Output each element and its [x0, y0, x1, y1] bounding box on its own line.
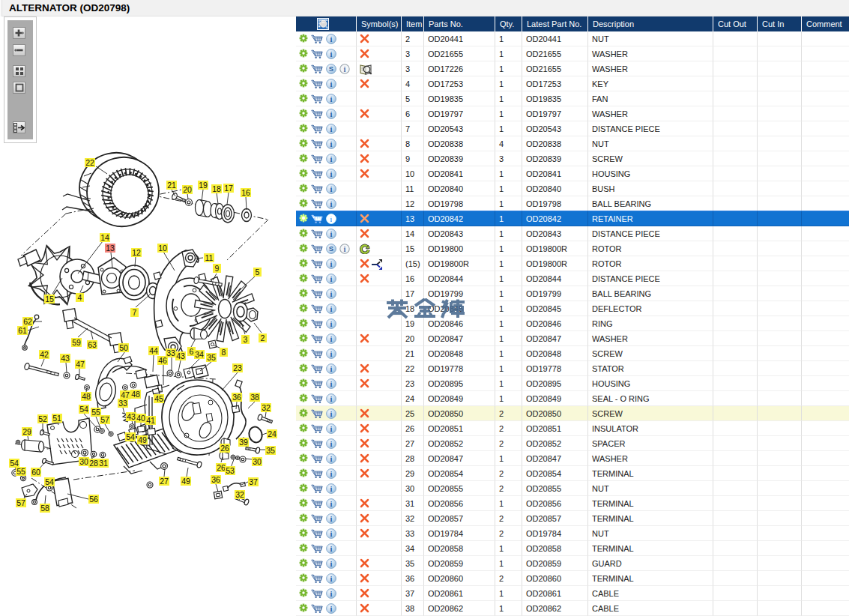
svg-text:29: 29	[22, 427, 31, 436]
svg-text:18: 18	[212, 184, 221, 193]
svg-text:39: 39	[239, 438, 248, 447]
svg-text:41: 41	[146, 416, 155, 425]
svg-text:36: 36	[211, 475, 220, 484]
svg-text:24: 24	[268, 429, 277, 438]
svg-text:27: 27	[160, 477, 169, 486]
svg-text:59: 59	[72, 338, 81, 347]
svg-text:50: 50	[119, 343, 128, 352]
svg-text:11: 11	[205, 253, 214, 262]
svg-text:57: 57	[100, 415, 109, 424]
svg-text:35: 35	[266, 446, 275, 455]
svg-text:5: 5	[256, 268, 260, 277]
svg-text:38: 38	[250, 393, 259, 402]
svg-text:36: 36	[232, 393, 241, 402]
svg-text:53: 53	[226, 466, 235, 475]
svg-text:9: 9	[215, 264, 220, 273]
svg-text:3: 3	[244, 335, 248, 344]
svg-text:35: 35	[207, 353, 216, 362]
svg-text:55: 55	[16, 467, 25, 476]
svg-text:47: 47	[76, 360, 85, 369]
svg-text:48: 48	[131, 390, 140, 399]
svg-text:30: 30	[253, 457, 262, 466]
svg-text:12: 12	[132, 248, 141, 257]
svg-text:17: 17	[224, 184, 233, 193]
svg-text:57: 57	[16, 498, 25, 507]
svg-text:58: 58	[40, 504, 49, 513]
svg-text:44: 44	[149, 346, 158, 355]
svg-text:55: 55	[91, 408, 100, 417]
svg-text:30: 30	[79, 457, 88, 466]
svg-text:16: 16	[241, 188, 250, 197]
svg-text:63: 63	[88, 340, 97, 349]
svg-text:46: 46	[158, 356, 167, 365]
svg-text:61: 61	[18, 326, 27, 335]
svg-text:13: 13	[106, 244, 115, 253]
svg-text:15: 15	[45, 295, 54, 304]
svg-text:42: 42	[40, 350, 49, 359]
svg-text:54: 54	[79, 405, 88, 414]
svg-text:23: 23	[233, 363, 242, 372]
svg-text:28: 28	[89, 459, 98, 468]
svg-text:56: 56	[89, 495, 98, 504]
svg-text:43: 43	[176, 351, 185, 360]
svg-text:32: 32	[262, 403, 271, 412]
svg-text:26: 26	[220, 444, 229, 453]
svg-text:26: 26	[217, 463, 226, 472]
svg-text:54: 54	[45, 477, 54, 486]
svg-text:14: 14	[100, 233, 109, 242]
svg-text:62: 62	[23, 317, 32, 326]
svg-text:37: 37	[249, 477, 258, 486]
svg-text:40: 40	[136, 414, 145, 423]
svg-text:22: 22	[85, 158, 94, 167]
svg-text:49: 49	[138, 435, 147, 444]
svg-text:31: 31	[99, 459, 108, 468]
svg-text:51: 51	[52, 414, 61, 423]
svg-text:43: 43	[127, 412, 136, 421]
svg-text:33: 33	[118, 399, 127, 408]
svg-text:7: 7	[133, 308, 137, 317]
svg-text:10: 10	[158, 244, 167, 253]
svg-text:43: 43	[61, 354, 70, 363]
svg-text:52: 52	[38, 414, 47, 423]
svg-text:6: 6	[190, 347, 194, 356]
svg-text:8: 8	[222, 348, 226, 357]
svg-text:20: 20	[183, 185, 192, 194]
svg-text:45: 45	[154, 394, 163, 403]
svg-text:54: 54	[126, 432, 135, 441]
svg-text:60: 60	[31, 468, 40, 477]
svg-text:49: 49	[181, 477, 190, 486]
svg-text:2: 2	[261, 333, 265, 342]
svg-text:4: 4	[78, 293, 82, 302]
svg-text:19: 19	[199, 181, 208, 190]
svg-text:48: 48	[82, 392, 91, 401]
svg-text:21: 21	[167, 181, 176, 190]
svg-text:34: 34	[195, 350, 204, 359]
svg-text:32: 32	[235, 490, 244, 499]
